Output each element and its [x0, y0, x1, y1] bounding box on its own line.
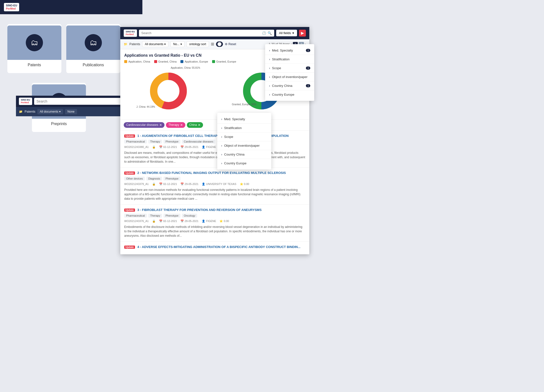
filter-med-specialty[interactable]: › Med. Specialty 1 — [265, 46, 314, 55]
main-panel-header: SINO-EU PerMed 🕐 🔍 All fields ▾ ▶ — [120, 27, 309, 39]
result-tag-oncology-3[interactable]: Oncology — [182, 214, 197, 218]
result-tag-devices-2[interactable]: Other devices — [124, 177, 145, 181]
reset-label: Reset — [229, 42, 236, 46]
toggle-circle — [218, 42, 221, 46]
tag-therapy-close[interactable]: ✕ — [180, 123, 183, 127]
chevron-med-specialty2: › — [221, 118, 222, 121]
view-toggle[interactable] — [216, 41, 223, 47]
result-tag-phenotype-3[interactable]: Phenotype — [163, 214, 180, 218]
result-tag-diagnosis-2[interactable]: Diagnosis — [146, 177, 162, 181]
results-list: Update 1 - AUGMENTATION OF FIBROBLAST CE… — [120, 131, 309, 254]
all-documents-dropdown[interactable]: All documents ▾ — [142, 41, 168, 47]
legend-app-europe: Application, Europe — [180, 60, 208, 63]
update-badge-3: Update — [124, 209, 135, 212]
result-tag-therapy-1[interactable]: Therapy — [148, 140, 162, 144]
secondary-patents-label: Patents — [25, 110, 35, 113]
card-publications[interactable]: 🗂 Publications — [66, 24, 120, 73]
reset-button[interactable]: ⚙ Reset — [225, 42, 236, 46]
date2-3: 📅 28-05-2021 — [180, 220, 198, 223]
result-tag-pharma-3[interactable]: Pharmaceutical — [124, 214, 147, 218]
update-badge-2: Update — [124, 171, 135, 175]
ontology-sort-dropdown[interactable]: ontology sort — [187, 41, 209, 47]
active-tags-section: Cardiovascular diseases ✕ Therapy ✕ Chin… — [120, 120, 309, 131]
chevron-country-europe2: › — [221, 162, 222, 165]
result-item-2: Update 2 - NETWORK-BASED FUNCTIONAL IMAG… — [120, 168, 309, 205]
org-2: 👤 UNIVERSITY OF TEXAS — [202, 183, 236, 186]
score-3: ⭐ 0.00 — [219, 220, 229, 223]
filter-stratification2[interactable]: › Stratification — [217, 124, 271, 132]
date2-2: 📅 29-05-2021 — [180, 183, 198, 186]
chevron-country-europe: › — [269, 93, 270, 96]
tag-china[interactable]: China ✕ — [187, 122, 203, 128]
secondary-logo: SINO-EU PerMed — [19, 98, 32, 105]
tag-china-close[interactable]: ✕ — [198, 123, 201, 127]
toolbar-patents-label: Patents — [129, 42, 140, 46]
secondary-search-input[interactable] — [37, 99, 119, 103]
legend-app-china: Application, China — [124, 60, 150, 63]
tag-therapy[interactable]: Therapy ✕ — [166, 122, 185, 128]
search-clock-icon[interactable]: 🕐 — [262, 31, 266, 35]
chevron-med-specialty: › — [269, 49, 270, 52]
filter-country-europe2[interactable]: › Country Europe — [217, 159, 271, 168]
secondary-all-docs-dropdown[interactable]: All documents ▾ — [37, 109, 63, 114]
filter-object[interactable]: › Object of invention/paper — [265, 73, 314, 81]
publications-folder-icon: 🗂 — [85, 34, 102, 51]
filter-scope2[interactable]: › Scope — [217, 132, 271, 141]
result-tag-therapy-3[interactable]: Therapy — [148, 214, 162, 218]
all-docs-label: All documents — [145, 42, 163, 46]
secondary-none-dropdown[interactable]: None — [65, 109, 77, 114]
chevron-scope2: › — [221, 135, 222, 139]
result-title-4[interactable]: Update 4 - ADVERSE EFFECTS-MITIGATING AD… — [124, 245, 305, 249]
score-2: ⭐ 0.00 — [240, 183, 249, 186]
result-text-1: Disclosed are means, methods, and compos… — [124, 151, 305, 164]
result-item-3: Update 3 - FIBROBLAST THERAPY FOR PREVEN… — [120, 205, 309, 242]
secondary-header: SINO-EU PerMed — [16, 96, 124, 107]
filter-scope[interactable]: › Scope 1 — [265, 64, 314, 73]
chevron-country-china2: › — [221, 153, 222, 156]
no-dropdown[interactable]: No... ▾ — [170, 41, 184, 47]
tag-cardiovascular-close[interactable]: ✕ — [159, 123, 162, 127]
filter-country-china2[interactable]: › Country China — [217, 150, 271, 159]
card-patents[interactable]: 🗂 Patents — [7, 24, 61, 73]
chevron-icon: ▾ — [164, 42, 166, 46]
date2-1: 📅 29-05-2021 — [180, 145, 198, 149]
chevron-icon2: ▾ — [180, 42, 182, 46]
secondary-search-bar[interactable] — [34, 98, 121, 105]
badge-scope: 1 — [306, 66, 310, 70]
result-item-1: Update 1 - AUGMENTATION OF FIBROBLAST CE… — [120, 131, 309, 168]
result-title-3[interactable]: Update 3 - FIBROBLAST THERAPY FOR PREVEN… — [124, 208, 305, 212]
result-title-1[interactable]: Update 1 - AUGMENTATION OF FIBROBLAST CE… — [124, 134, 305, 138]
date1-3: 📅 02-12-2021 — [159, 220, 177, 223]
svg-point-2 — [158, 80, 179, 102]
result-tag-pharmaceutical-1[interactable]: Pharmaceutical — [124, 140, 147, 144]
home-logo: SINO-EU PerMed — [4, 3, 19, 11]
badge-med-specialty: 1 — [306, 49, 310, 52]
main-search-bar[interactable]: 🕐 🔍 — [139, 30, 274, 37]
result-tag-phenotype-1[interactable]: Phenotype — [163, 140, 180, 144]
filter-object2[interactable]: › Object of invention/paper — [217, 141, 271, 150]
chevron-country-china: › — [269, 84, 270, 88]
chevron-object: › — [269, 75, 270, 79]
china-donut-container: Application, China: 55.81% J. China: 44.… — [144, 69, 193, 113]
filter-stratification[interactable]: › Stratification — [265, 55, 314, 64]
result-tag-cardio-1[interactable]: Cardiovascular diseases — [182, 140, 215, 144]
result-tag-phenotype-2[interactable]: Phenotype — [163, 177, 180, 181]
filter-country-china[interactable]: › Country China 1 — [265, 81, 314, 90]
filter-country-europe[interactable]: › Country Europe — [265, 90, 314, 99]
search-go-button[interactable]: ▶ — [299, 30, 306, 37]
fields-dropdown[interactable]: All fields ▾ — [276, 30, 297, 36]
card-preprints-label: Preprints — [51, 119, 67, 126]
grid-icon[interactable]: ⊞ — [211, 42, 214, 46]
wo-number-2: WO2021243379_A1 — [124, 183, 149, 186]
search-panel-secondary: SINO-EU PerMed 📁 Patents All documents ▾… — [16, 96, 124, 116]
result-tags-3: Pharmaceutical Therapy Phenotype Oncolog… — [124, 214, 305, 218]
search-icon[interactable]: 🔍 — [268, 31, 272, 35]
tag-cardiovascular[interactable]: Cardiovascular diseases ✕ — [124, 122, 164, 128]
europe-label2: Granted, Europe: 50% — [232, 103, 257, 106]
wo-number-3: WO2021243376_A1 — [124, 220, 149, 223]
badge-country-china: 1 — [306, 84, 310, 87]
result-title-2[interactable]: Update 2 - NETWORK-BASED FUNCTIONAL IMAG… — [124, 171, 305, 175]
filter-med-specialty2[interactable]: › Med. Specialty — [217, 115, 271, 124]
result-meta-2: WO2021243379_A1 🔒 📅 02-12-2021 📅 29-05-2… — [124, 183, 305, 186]
main-search-input[interactable] — [141, 31, 260, 35]
